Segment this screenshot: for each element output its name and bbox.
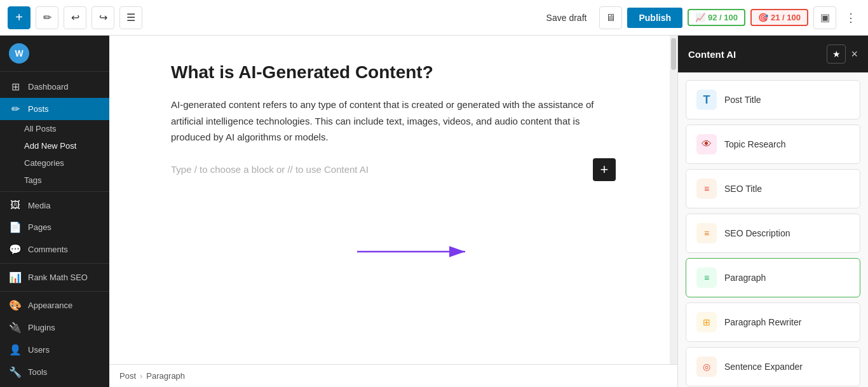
users-icon: 👤 (9, 344, 22, 356)
screen-options-button[interactable]: 🖥 (599, 6, 622, 29)
undo-button[interactable]: ↩ (64, 6, 86, 29)
sidebar-item-users[interactable]: 👤 Users (0, 339, 109, 361)
seo-score-green[interactable]: 📈 92 / 100 (688, 9, 745, 26)
breadcrumb-bar: Post › Paragraph (109, 364, 677, 387)
plugins-icon: 🔌 (9, 322, 22, 334)
panel-item-label: SEO Title (724, 184, 762, 194)
tools-icon: 🔧 (9, 366, 22, 378)
post-title-heading: What is AI-Generated Content? (171, 61, 616, 84)
paragraph-icon: ≡ (696, 268, 717, 288)
list-view-button[interactable]: ☰ (119, 6, 142, 29)
panel-item-paragraph-rewriter[interactable]: ⊞ Paragraph Rewriter (686, 302, 860, 342)
save-draft-button[interactable]: Save draft (539, 9, 595, 27)
sidebar-item-settings[interactable]: ⚙ Settings (0, 383, 109, 387)
post-title-icon: T (696, 90, 717, 110)
arrow-indicator (351, 239, 478, 264)
breadcrumb-separator: › (140, 371, 142, 381)
main-layout: W ⊞ Dashboard ✏ Posts All Posts Add New … (0, 36, 868, 387)
seo-score-red-icon: 🎯 (758, 13, 768, 22)
sidebar: W ⊞ Dashboard ✏ Posts All Posts Add New … (0, 36, 109, 387)
sidebar-item-label: Appearance (28, 301, 72, 310)
panel-item-seo-description[interactable]: ≡ SEO Description (686, 214, 860, 253)
seo-score-icon: 📈 (695, 13, 705, 22)
panel-item-label: Sentence Expander (724, 362, 803, 372)
sidebar-item-plugins[interactable]: 🔌 Plugins (0, 316, 109, 339)
add-block-inline-button[interactable]: + (593, 158, 616, 181)
editor-content: What is AI-Generated Content? AI-generat… (158, 61, 628, 181)
editor-paragraph: AI-generated content refers to any type … (171, 97, 616, 146)
appearance-icon: 🎨 (9, 299, 22, 311)
panel-header: Content AI ★ × (678, 36, 868, 72)
sentence-expander-icon: ◎ (696, 356, 717, 377)
sidebar-item-posts[interactable]: ✏ Posts (0, 98, 109, 120)
panel-items-list: T Post Title 👁 Topic Research ≡ SEO Titl… (678, 72, 868, 387)
panel-item-seo-title[interactable]: ≡ SEO Title (686, 169, 860, 208)
panel-item-label: SEO Description (724, 228, 790, 238)
publish-button[interactable]: Publish (627, 8, 682, 28)
sidebar-item-tags[interactable]: Tags (0, 172, 109, 189)
sidebar-item-all-posts[interactable]: All Posts (0, 120, 109, 137)
breadcrumb-current: Paragraph (146, 371, 185, 381)
dashboard-icon: ⊞ (9, 81, 22, 93)
sidebar-item-label: Pages (28, 222, 51, 232)
layout-button[interactable]: ▣ (813, 6, 836, 29)
seo-score-red-value: 21 / 100 (771, 13, 801, 22)
paragraph-rewriter-icon: ⊞ (696, 312, 717, 332)
seo-description-icon: ≡ (696, 223, 717, 243)
panel-item-sentence-expander[interactable]: ◎ Sentence Expander (686, 347, 860, 386)
editor-area[interactable]: What is AI-Generated Content? AI-generat… (109, 36, 677, 387)
more-options-button[interactable]: ⋮ (841, 8, 860, 27)
sidebar-item-label: Dashboard (28, 82, 69, 92)
rank-math-icon: 📊 (9, 271, 22, 283)
sidebar-item-media[interactable]: 🖼 Media (0, 194, 109, 216)
panel-title: Content AI (688, 49, 736, 60)
close-panel-button[interactable]: × (851, 48, 858, 61)
editor-scrollbar[interactable] (670, 36, 677, 364)
sidebar-nav: ⊞ Dashboard ✏ Posts All Posts Add New Po… (0, 72, 109, 387)
seo-score-red[interactable]: 🎯 21 / 100 (750, 9, 808, 26)
sidebar-item-pages[interactable]: 📄 Pages (0, 216, 109, 238)
top-toolbar: + ✏ ↩ ↪ ☰ Save draft 🖥 Publish 📈 92 / 10… (0, 0, 868, 36)
pencil-button[interactable]: ✏ (36, 6, 58, 29)
sidebar-item-label: Tools (28, 367, 47, 377)
sidebar-item-label: Rank Math SEO (28, 273, 88, 282)
panel-item-topic-research[interactable]: 👁 Topic Research (686, 125, 860, 164)
topic-research-icon: 👁 (696, 134, 717, 154)
placeholder-text: Type / to choose a block or // to use Co… (171, 164, 369, 175)
panel-item-label: Paragraph (724, 273, 766, 283)
media-icon: 🖼 (9, 200, 22, 211)
panel-item-label: Paragraph Rewriter (724, 317, 801, 327)
seo-score-value: 92 / 100 (708, 13, 738, 22)
sidebar-item-label: Comments (28, 245, 68, 254)
posts-icon: ✏ (9, 103, 22, 115)
pages-icon: 📄 (9, 221, 22, 233)
sidebar-item-comments[interactable]: 💬 Comments (0, 238, 109, 261)
sidebar-item-label: Users (28, 345, 50, 355)
wordpress-logo: W (9, 43, 29, 64)
sidebar-item-label: Posts (28, 104, 49, 114)
star-button[interactable]: ★ (827, 44, 846, 64)
sidebar-item-add-new-post[interactable]: Add New Post (0, 137, 109, 154)
sidebar-item-categories[interactable]: Categories (0, 154, 109, 172)
panel-header-actions: ★ × (827, 44, 858, 64)
sidebar-item-label: Media (28, 201, 50, 210)
redo-button[interactable]: ↪ (92, 6, 114, 29)
add-block-button[interactable]: + (8, 6, 31, 29)
sidebar-item-rank-math[interactable]: 📊 Rank Math SEO (0, 266, 109, 289)
panel-item-paragraph[interactable]: ≡ Paragraph (686, 258, 860, 297)
editor-placeholder-row: Type / to choose a block or // to use Co… (171, 158, 616, 181)
sidebar-item-label: Plugins (28, 323, 55, 332)
content-ai-panel: Content AI ★ × T Post Title 👁 Topic Rese… (677, 36, 868, 387)
sidebar-item-tools[interactable]: 🔧 Tools (0, 361, 109, 383)
sidebar-item-dashboard[interactable]: ⊞ Dashboard (0, 76, 109, 98)
panel-item-label: Topic Research (724, 139, 786, 149)
sidebar-logo: W (0, 36, 109, 72)
breadcrumb-post: Post (119, 371, 136, 381)
scrollbar-thumb (671, 38, 676, 70)
comments-icon: 💬 (9, 243, 22, 255)
panel-item-post-title[interactable]: T Post Title (686, 80, 860, 119)
panel-item-label: Post Title (724, 95, 761, 105)
seo-title-icon: ≡ (696, 179, 717, 199)
sidebar-item-appearance[interactable]: 🎨 Appearance (0, 294, 109, 316)
